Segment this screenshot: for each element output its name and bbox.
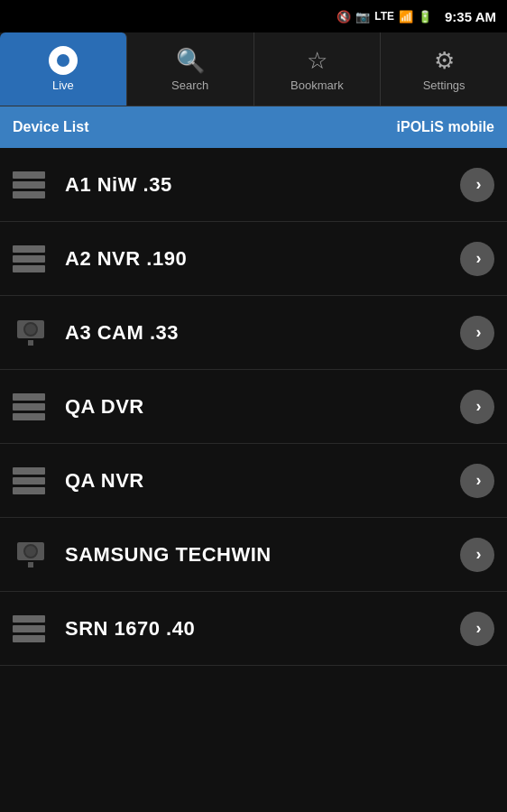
device-item-srn[interactable]: SRN 1670 .40 › [0, 592, 507, 666]
device-name: QA DVR [65, 395, 460, 419]
device-type-icon [13, 391, 49, 423]
device-name: A3 CAM .33 [65, 321, 460, 345]
tab-live-label: Live [52, 78, 74, 92]
dvr-icon [13, 171, 45, 198]
device-navigate-button[interactable]: › [460, 316, 494, 350]
device-name: SRN 1670 .40 [65, 617, 460, 641]
photo-icon: 📷 [355, 10, 370, 23]
device-navigate-button[interactable]: › [460, 464, 494, 498]
device-type-icon [13, 317, 49, 349]
device-item-a2[interactable]: A2 NVR .190 › [0, 222, 507, 296]
battery-icon: 🔋 [418, 10, 432, 23]
live-icon [49, 46, 78, 75]
device-name: A2 NVR .190 [65, 247, 460, 271]
tab-bookmark-label: Bookmark [290, 78, 344, 92]
tab-search[interactable]: 🔍 Search [127, 32, 254, 106]
tab-live[interactable]: Live [0, 32, 127, 106]
tab-search-label: Search [171, 78, 208, 92]
device-type-icon [13, 539, 49, 571]
device-item-a1[interactable]: A1 NiW .35 › [0, 148, 507, 222]
settings-icon: ⚙ [434, 47, 455, 75]
bookmark-icon: ☆ [307, 47, 327, 75]
status-bar: 🔇 📷 LTE 📶 🔋 9:35 AM [0, 0, 507, 32]
status-time: 9:35 AM [445, 9, 496, 24]
device-name: A1 NiW .35 [65, 173, 460, 197]
device-item-a3[interactable]: A3 CAM .33 › [0, 296, 507, 370]
cam-icon [13, 320, 49, 346]
device-navigate-button[interactable]: › [460, 612, 494, 646]
dvr-icon [13, 393, 45, 420]
tab-settings-label: Settings [423, 78, 466, 92]
chevron-right-icon: › [476, 249, 482, 268]
page-title: Device List [13, 119, 88, 135]
device-list: A1 NiW .35 › A2 NVR .190 › A3 CAM .33 › [0, 148, 507, 666]
header-bar: Device List iPOLiS mobile [0, 106, 507, 148]
tab-settings[interactable]: ⚙ Settings [381, 32, 507, 106]
brand-label: iPOLiS mobile [397, 119, 494, 135]
cam-icon [13, 542, 49, 567]
chevron-right-icon: › [476, 323, 482, 342]
mute-icon: 🔇 [336, 10, 351, 23]
device-navigate-button[interactable]: › [460, 242, 494, 276]
device-item-qa-nvr[interactable]: QA NVR › [0, 444, 507, 518]
device-item-qa-dvr[interactable]: QA DVR › [0, 370, 507, 444]
device-item-samsung[interactable]: SAMSUNG TECHWIN › [0, 518, 507, 592]
signal-icon: 📶 [399, 10, 413, 23]
device-type-icon [13, 613, 49, 645]
device-type-icon [13, 465, 49, 497]
lte-label: LTE [374, 10, 394, 23]
device-type-icon [13, 243, 49, 275]
device-type-icon [13, 169, 49, 201]
device-navigate-button[interactable]: › [460, 538, 494, 572]
chevron-right-icon: › [476, 471, 482, 490]
chevron-right-icon: › [476, 175, 482, 194]
device-navigate-button[interactable]: › [460, 390, 494, 424]
chevron-right-icon: › [476, 619, 482, 638]
chevron-right-icon: › [476, 545, 482, 564]
tab-bookmark[interactable]: ☆ Bookmark [254, 32, 382, 106]
device-name: QA NVR [65, 469, 460, 493]
dvr-icon [13, 467, 45, 494]
status-icons: 🔇 📷 LTE 📶 🔋 [336, 10, 432, 23]
chevron-right-icon: › [476, 397, 482, 416]
tab-bar: Live 🔍 Search ☆ Bookmark ⚙ Settings [0, 32, 507, 106]
dvr-icon [13, 615, 45, 642]
device-navigate-button[interactable]: › [460, 168, 494, 202]
device-name: SAMSUNG TECHWIN [65, 543, 460, 567]
dvr-icon [13, 245, 45, 272]
search-icon: 🔍 [176, 47, 205, 75]
